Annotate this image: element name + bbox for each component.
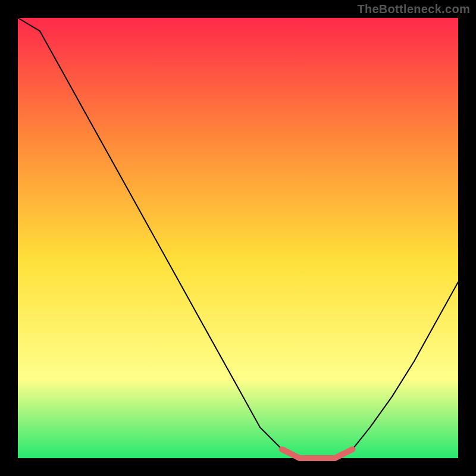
chart-canvas: TheBottleneck.com (0, 0, 476, 476)
plot-background (18, 18, 458, 458)
bottleneck-chart (0, 0, 476, 476)
watermark-label: TheBottleneck.com (357, 2, 470, 16)
